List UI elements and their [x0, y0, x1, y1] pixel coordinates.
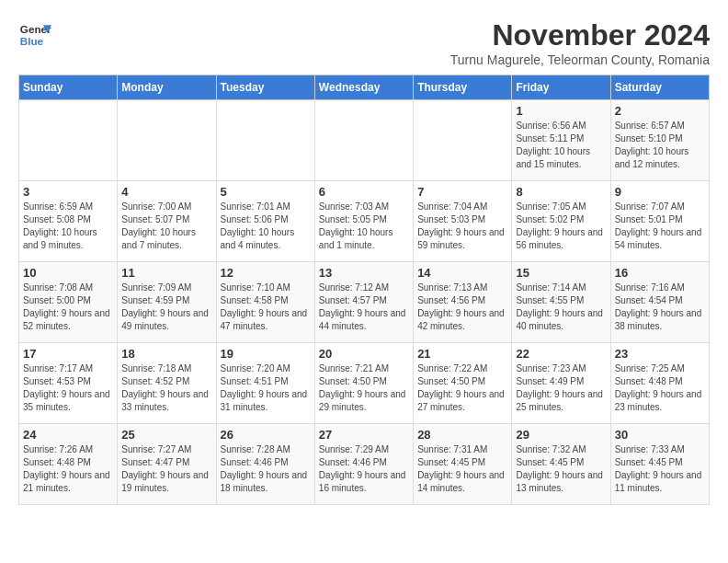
cell-w4-d0: 24Sunrise: 7:26 AM Sunset: 4:48 PM Dayli… [19, 424, 118, 505]
cell-w2-d2: 12Sunrise: 7:10 AM Sunset: 4:58 PM Dayli… [216, 262, 314, 343]
cell-w1-d6: 9Sunrise: 7:07 AM Sunset: 5:01 PM Daylig… [610, 181, 709, 262]
day-number: 27 [319, 428, 409, 442]
svg-text:Blue: Blue [20, 35, 44, 47]
main-title: November 2024 [450, 18, 710, 52]
day-number: 23 [615, 347, 705, 361]
cell-w3-d5: 22Sunrise: 7:23 AM Sunset: 4:49 PM Dayli… [512, 343, 610, 424]
day-number: 9 [615, 185, 705, 199]
cell-w4-d6: 30Sunrise: 7:33 AM Sunset: 4:45 PM Dayli… [610, 424, 709, 505]
day-info: Sunrise: 7:12 AM Sunset: 4:57 PM Dayligh… [319, 282, 409, 333]
day-info: Sunrise: 7:00 AM Sunset: 5:07 PM Dayligh… [121, 201, 211, 252]
day-info: Sunrise: 7:32 AM Sunset: 4:45 PM Dayligh… [516, 443, 606, 495]
week-row-0: 1Sunrise: 6:56 AM Sunset: 5:11 PM Daylig… [19, 100, 710, 181]
header-tuesday: Tuesday [216, 75, 314, 100]
cell-w3-d0: 17Sunrise: 7:17 AM Sunset: 4:53 PM Dayli… [19, 343, 118, 424]
day-number: 7 [417, 185, 507, 199]
header-friday: Friday [512, 75, 610, 100]
cell-w1-d5: 8Sunrise: 7:05 AM Sunset: 5:02 PM Daylig… [512, 181, 610, 262]
day-info: Sunrise: 7:22 AM Sunset: 4:50 PM Dayligh… [417, 362, 507, 414]
cell-w1-d1: 4Sunrise: 7:00 AM Sunset: 5:07 PM Daylig… [118, 181, 216, 262]
day-info: Sunrise: 7:29 AM Sunset: 4:46 PM Dayligh… [319, 443, 409, 495]
day-number: 2 [615, 104, 705, 118]
day-info: Sunrise: 7:17 AM Sunset: 4:53 PM Dayligh… [23, 362, 113, 414]
day-number: 21 [417, 347, 507, 361]
day-info: Sunrise: 7:20 AM Sunset: 4:51 PM Dayligh… [221, 362, 311, 414]
cell-w2-d5: 15Sunrise: 7:14 AM Sunset: 4:55 PM Dayli… [512, 262, 610, 343]
day-number: 24 [23, 428, 113, 442]
day-info: Sunrise: 7:04 AM Sunset: 5:03 PM Dayligh… [417, 201, 507, 252]
cell-w1-d3: 6Sunrise: 7:03 AM Sunset: 5:05 PM Daylig… [314, 181, 413, 262]
day-number: 25 [121, 428, 211, 442]
day-info: Sunrise: 7:13 AM Sunset: 4:56 PM Dayligh… [417, 282, 507, 333]
subtitle: Turnu Magurele, Teleorman County, Romani… [450, 52, 710, 67]
cell-w0-d5: 1Sunrise: 6:56 AM Sunset: 5:11 PM Daylig… [512, 100, 610, 181]
week-row-4: 24Sunrise: 7:26 AM Sunset: 4:48 PM Dayli… [19, 424, 710, 505]
cell-w2-d3: 13Sunrise: 7:12 AM Sunset: 4:57 PM Dayli… [314, 262, 413, 343]
cell-w1-d2: 5Sunrise: 7:01 AM Sunset: 5:06 PM Daylig… [216, 181, 314, 262]
day-number: 10 [23, 266, 113, 280]
week-row-1: 3Sunrise: 6:59 AM Sunset: 5:08 PM Daylig… [19, 181, 710, 262]
header-sunday: Sunday [19, 75, 118, 100]
cell-w0-d0 [19, 100, 118, 181]
week-row-2: 10Sunrise: 7:08 AM Sunset: 5:00 PM Dayli… [19, 262, 710, 343]
day-number: 6 [319, 185, 409, 199]
day-number: 12 [221, 266, 311, 280]
day-number: 28 [417, 428, 507, 442]
cell-w2-d0: 10Sunrise: 7:08 AM Sunset: 5:00 PM Dayli… [19, 262, 118, 343]
cell-w0-d3 [314, 100, 413, 181]
day-number: 26 [221, 428, 311, 442]
week-row-3: 17Sunrise: 7:17 AM Sunset: 4:53 PM Dayli… [19, 343, 710, 424]
cell-w4-d4: 28Sunrise: 7:31 AM Sunset: 4:45 PM Dayli… [414, 424, 512, 505]
cell-w1-d4: 7Sunrise: 7:04 AM Sunset: 5:03 PM Daylig… [414, 181, 512, 262]
day-info: Sunrise: 7:01 AM Sunset: 5:06 PM Dayligh… [221, 201, 311, 252]
header-thursday: Thursday [414, 75, 512, 100]
cell-w0-d6: 2Sunrise: 6:57 AM Sunset: 5:10 PM Daylig… [610, 100, 709, 181]
cell-w3-d1: 18Sunrise: 7:18 AM Sunset: 4:52 PM Dayli… [118, 343, 216, 424]
cell-w0-d4 [414, 100, 512, 181]
cell-w1-d0: 3Sunrise: 6:59 AM Sunset: 5:08 PM Daylig… [19, 181, 118, 262]
day-info: Sunrise: 7:31 AM Sunset: 4:45 PM Dayligh… [417, 443, 507, 495]
day-number: 4 [121, 185, 211, 199]
day-number: 1 [516, 104, 606, 118]
header-row: SundayMondayTuesdayWednesdayThursdayFrid… [19, 75, 710, 100]
logo-icon: General Blue [18, 18, 51, 52]
cell-w3-d4: 21Sunrise: 7:22 AM Sunset: 4:50 PM Dayli… [414, 343, 512, 424]
day-info: Sunrise: 7:25 AM Sunset: 4:48 PM Dayligh… [615, 362, 705, 414]
header-saturday: Saturday [610, 75, 709, 100]
day-number: 14 [417, 266, 507, 280]
header-wednesday: Wednesday [314, 75, 413, 100]
cell-w3-d3: 20Sunrise: 7:21 AM Sunset: 4:50 PM Dayli… [314, 343, 413, 424]
day-info: Sunrise: 7:18 AM Sunset: 4:52 PM Dayligh… [121, 362, 211, 414]
day-number: 20 [319, 347, 409, 361]
day-info: Sunrise: 7:26 AM Sunset: 4:48 PM Dayligh… [23, 443, 113, 495]
cell-w2-d4: 14Sunrise: 7:13 AM Sunset: 4:56 PM Dayli… [414, 262, 512, 343]
day-info: Sunrise: 7:33 AM Sunset: 4:45 PM Dayligh… [615, 443, 705, 495]
calendar-table: SundayMondayTuesdayWednesdayThursdayFrid… [18, 75, 710, 505]
cell-w2-d6: 16Sunrise: 7:16 AM Sunset: 4:54 PM Dayli… [610, 262, 709, 343]
day-number: 11 [121, 266, 211, 280]
day-number: 8 [516, 185, 606, 199]
day-number: 19 [221, 347, 311, 361]
day-number: 5 [221, 185, 311, 199]
header: General Blue November 2024 Turnu Magurel… [18, 18, 710, 67]
day-info: Sunrise: 7:10 AM Sunset: 4:58 PM Dayligh… [221, 282, 311, 333]
header-monday: Monday [118, 75, 216, 100]
day-number: 17 [23, 347, 113, 361]
day-number: 15 [516, 266, 606, 280]
day-info: Sunrise: 6:59 AM Sunset: 5:08 PM Dayligh… [23, 201, 113, 252]
day-info: Sunrise: 6:57 AM Sunset: 5:10 PM Dayligh… [615, 120, 705, 171]
day-number: 30 [615, 428, 705, 442]
day-number: 29 [516, 428, 606, 442]
day-info: Sunrise: 7:07 AM Sunset: 5:01 PM Dayligh… [615, 201, 705, 252]
title-section: November 2024 Turnu Magurele, Teleorman … [450, 18, 710, 67]
day-number: 22 [516, 347, 606, 361]
day-info: Sunrise: 7:09 AM Sunset: 4:59 PM Dayligh… [121, 282, 211, 333]
cell-w2-d1: 11Sunrise: 7:09 AM Sunset: 4:59 PM Dayli… [118, 262, 216, 343]
day-info: Sunrise: 7:03 AM Sunset: 5:05 PM Dayligh… [319, 201, 409, 252]
day-info: Sunrise: 7:14 AM Sunset: 4:55 PM Dayligh… [516, 282, 606, 333]
cell-w4-d1: 25Sunrise: 7:27 AM Sunset: 4:47 PM Dayli… [118, 424, 216, 505]
cell-w0-d2 [216, 100, 314, 181]
cell-w3-d6: 23Sunrise: 7:25 AM Sunset: 4:48 PM Dayli… [610, 343, 709, 424]
day-number: 3 [23, 185, 113, 199]
day-number: 16 [615, 266, 705, 280]
